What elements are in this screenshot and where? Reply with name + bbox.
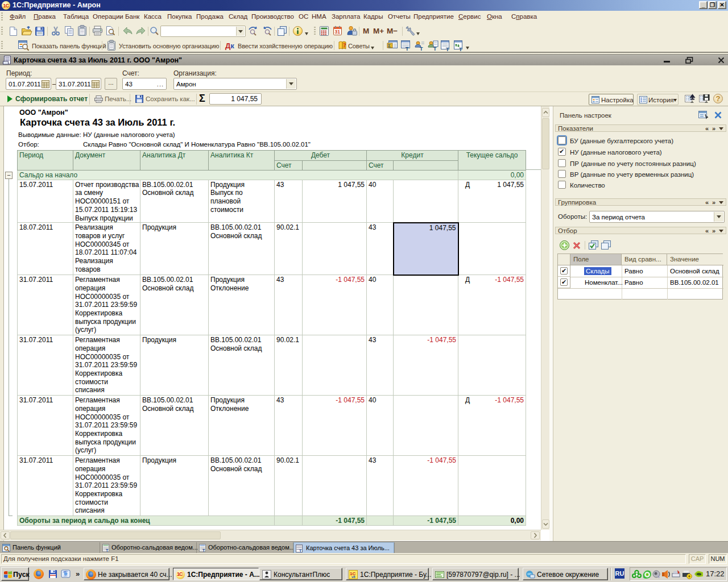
svg-text:Т: Т (446, 47, 449, 52)
svg-text:Т: Т (406, 46, 409, 51)
svg-text:?: ? (343, 41, 346, 48)
svg-text:Σ: Σ (388, 43, 391, 48)
svg-text:T: T (202, 548, 205, 552)
svg-text:31: 31 (334, 29, 340, 35)
svg-text:T: T (299, 549, 302, 553)
svg-text:T: T (106, 548, 109, 552)
svg-text:Т: Т (459, 47, 462, 52)
svg-text:v8: v8 (351, 575, 355, 579)
svg-text:Т: Т (433, 46, 437, 51)
svg-text:Т: Т (420, 46, 423, 51)
